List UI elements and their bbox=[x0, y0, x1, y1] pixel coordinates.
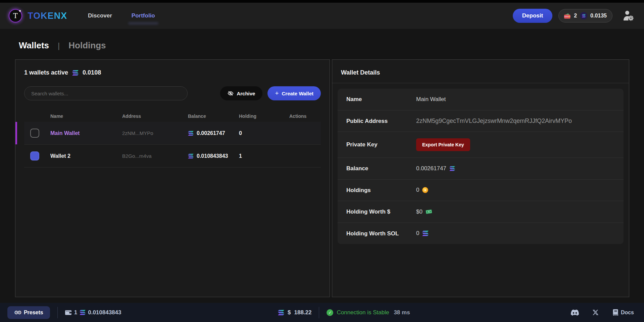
table-row[interactable]: Main Wallet 2zNM...MYPo 0.00261747 0 bbox=[24, 122, 321, 145]
price-value: 188.22 bbox=[294, 309, 311, 316]
wallet-name[interactable]: Main Wallet bbox=[50, 130, 122, 136]
docs-link[interactable]: Docs bbox=[612, 309, 634, 316]
chip-sol-balance: 0.0135 bbox=[590, 13, 607, 19]
col-holding: Holding bbox=[239, 113, 289, 119]
detail-row-private-key: Private Key Export Private Key bbox=[338, 132, 624, 158]
deposit-button[interactable]: Deposit bbox=[513, 9, 552, 23]
detail-row-name: Name Main Wallet bbox=[338, 89, 624, 110]
statusbar-links: Docs bbox=[571, 309, 637, 316]
portfolio-tabs: Wallets | Holdings bbox=[0, 29, 644, 51]
archive-button[interactable]: Archive bbox=[220, 86, 262, 100]
details-title: Wallet Details bbox=[332, 60, 629, 83]
col-name: Name bbox=[50, 113, 122, 119]
detail-label: Balance bbox=[346, 164, 399, 173]
brand-name: TOKENX bbox=[28, 11, 67, 21]
wallet-holding: 0 bbox=[239, 130, 289, 136]
detail-value-balance: 0.00261747 bbox=[416, 165, 446, 172]
statusbar-center: $ 188.22 ✓ Connection is Stable 38 ms bbox=[278, 307, 410, 318]
sol-icon bbox=[188, 154, 194, 158]
presets-button[interactable]: ⚙⚙ Presets bbox=[7, 306, 50, 319]
wallet-balance: 0.00261747 bbox=[197, 130, 225, 136]
book-icon bbox=[612, 309, 618, 316]
navbar: T TOKENX Discover Portfolio Deposit 2 0.… bbox=[0, 3, 644, 29]
wallet-holding: 1 bbox=[239, 153, 289, 159]
nav-discover[interactable]: Discover bbox=[88, 12, 112, 19]
detail-label: Holding Worth SOL bbox=[346, 229, 399, 238]
active-wallets-text: 1 wallets active bbox=[24, 69, 68, 76]
wallet-icon bbox=[65, 310, 72, 315]
nav-portfolio[interactable]: Portfolio bbox=[132, 12, 155, 19]
check-circle-icon: ✓ bbox=[327, 309, 333, 316]
detail-value-worth-sol: 0 bbox=[416, 230, 419, 237]
statusbar-wallet-sol: 0.010843843 bbox=[88, 309, 121, 316]
detail-value-worth-usd: $0 bbox=[416, 209, 423, 215]
wallet-emoji-icon bbox=[564, 13, 571, 19]
x-twitter-icon[interactable] bbox=[592, 309, 599, 316]
sol-icon bbox=[422, 231, 429, 236]
navbar-right: Deposit 2 0.0135 bbox=[513, 9, 635, 23]
wallet-address: B2Go...m4va bbox=[122, 153, 188, 159]
window-top-strip bbox=[0, 0, 644, 3]
divider bbox=[57, 307, 58, 318]
docs-label: Docs bbox=[621, 310, 634, 316]
wallet-balance-chip[interactable]: 2 0.0135 bbox=[558, 9, 612, 22]
sol-price: $ 188.22 bbox=[278, 309, 311, 316]
detail-label: Holdings bbox=[346, 186, 399, 195]
col-balance: Balance bbox=[188, 113, 239, 119]
wallet-checkbox[interactable] bbox=[30, 129, 39, 138]
search-input[interactable] bbox=[24, 86, 188, 100]
sol-badge-icon bbox=[580, 12, 587, 19]
table-row[interactable]: Wallet 2 B2Go...m4va 0.010843843 1 bbox=[24, 145, 321, 168]
connection-status: ✓ Connection is Stable 38 ms bbox=[327, 309, 410, 316]
sol-icon bbox=[449, 166, 455, 171]
detail-value-holdings: 0 bbox=[416, 187, 419, 193]
divider bbox=[319, 307, 319, 318]
account-settings-icon[interactable] bbox=[622, 10, 635, 22]
sol-icon bbox=[72, 70, 79, 76]
tab-wallets[interactable]: Wallets bbox=[19, 40, 49, 51]
create-wallet-button[interactable]: + Create Wallet bbox=[267, 86, 321, 100]
tab-holdings[interactable]: Holdings bbox=[68, 40, 106, 51]
discord-icon[interactable] bbox=[571, 310, 579, 316]
statusbar-wallet-count: 1 bbox=[74, 309, 77, 316]
status-bar: ⚙⚙ Presets 1 0.010843843 $ 188.22 ✓ Conn… bbox=[0, 303, 644, 322]
wallet-count: 2 bbox=[574, 13, 577, 19]
statusbar-wallet-summary: 1 0.010843843 bbox=[65, 309, 121, 316]
wallets-table: Name Address Balance Holding Actions Mai… bbox=[24, 110, 321, 168]
detail-row-worth-sol: Holding Worth SOL 0 bbox=[338, 223, 624, 244]
sol-icon bbox=[278, 310, 284, 315]
detail-row-public-address: Public Address 2zNM5g9CgecTmVLGJejzswrMn… bbox=[338, 110, 624, 132]
app-logo[interactable]: T bbox=[9, 9, 22, 22]
wallet-address: 2zNM...MYPo bbox=[122, 130, 188, 136]
wallet-checkbox[interactable] bbox=[30, 151, 39, 160]
tab-separator: | bbox=[58, 41, 60, 50]
detail-value-public-address[interactable]: 2zNM5g9CgecTmVLGJejzswrMnw2qemRJJfQ2Airv… bbox=[416, 118, 572, 125]
price-currency: $ bbox=[288, 309, 291, 316]
detail-row-balance: Balance 0.00261747 bbox=[338, 158, 624, 180]
detail-label: Public Address bbox=[346, 117, 399, 126]
money-icon bbox=[426, 209, 432, 214]
logo-letter: T bbox=[13, 12, 17, 20]
export-private-key-button[interactable]: Export Private Key bbox=[416, 138, 470, 151]
col-actions: Actions bbox=[289, 113, 321, 119]
archive-label: Archive bbox=[237, 91, 255, 96]
connection-status-text: Connection is Stable bbox=[337, 309, 389, 316]
active-sol-total: 0.0108 bbox=[83, 69, 101, 76]
wallet-name[interactable]: Wallet 2 bbox=[50, 153, 122, 159]
wallet-balance: 0.010843843 bbox=[197, 153, 228, 159]
create-wallet-label: Create Wallet bbox=[282, 91, 313, 96]
detail-label: Private Key bbox=[346, 140, 399, 149]
main-content: 1 wallets active 0.0108 Archive bbox=[15, 59, 629, 297]
gears-icon: ⚙⚙ bbox=[14, 310, 20, 315]
presets-label: Presets bbox=[24, 310, 43, 316]
detail-row-worth-usd: Holding Worth $ $0 bbox=[338, 201, 624, 223]
wallets-toolbar: Archive + Create Wallet bbox=[24, 86, 321, 100]
plus-icon: + bbox=[275, 90, 279, 97]
coin-star-glyph: ★ bbox=[424, 188, 427, 192]
wallets-panel: 1 wallets active 0.0108 Archive bbox=[15, 59, 330, 297]
eye-off-icon bbox=[228, 91, 234, 96]
detail-value-name: Main Wallet bbox=[416, 96, 446, 103]
col-address: Address bbox=[122, 113, 188, 119]
latency-value: 38 ms bbox=[394, 309, 410, 316]
coin-icon: ★ bbox=[422, 187, 428, 193]
